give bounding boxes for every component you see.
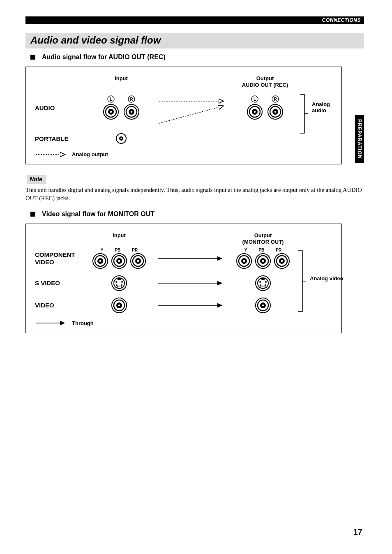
svideo-input-jack xyxy=(82,275,156,291)
audio-output-jacks xyxy=(228,95,302,120)
audio-brace: Analog audio xyxy=(302,95,343,120)
video-input-jack xyxy=(82,297,156,314)
video-output-jack xyxy=(226,297,300,314)
audio-heading-text: Audio signal flow for AUDIO OUT (REC) xyxy=(42,53,166,61)
bullet-square-icon xyxy=(30,212,35,217)
portable-input-jack xyxy=(84,132,158,145)
rca-jack-icon xyxy=(255,253,271,269)
video-output-header: Output(MONITOR OUT) xyxy=(226,232,300,245)
l-badge-icon xyxy=(251,95,258,103)
svideo-jack-icon xyxy=(111,275,127,291)
rca-jack-icon xyxy=(123,104,140,120)
r-badge-icon xyxy=(128,95,135,103)
analog-audio-label: Analog audio xyxy=(312,101,343,113)
note-text: This unit handles digital and analog sig… xyxy=(25,186,364,202)
audio-subheading: Audio signal flow for AUDIO OUT (REC) xyxy=(30,53,364,61)
audio-legend: Analog output xyxy=(35,151,332,157)
video-legend-text: Through xyxy=(72,320,94,326)
page-title: Audio and video signal flow xyxy=(25,33,364,48)
video-diagram: Input Output(MONITOR OUT) COMPONENT VIDE… xyxy=(25,224,342,333)
svideo-arrow xyxy=(156,279,226,287)
rca-jack-icon xyxy=(274,253,290,269)
rca-jack-icon xyxy=(267,104,284,120)
audio-diagram: Input OutputAUDIO OUT (REC) AUDIO xyxy=(25,67,342,164)
component-output-jacks: Y PB PR xyxy=(226,248,300,269)
row-label-svideo: S VIDEO xyxy=(35,279,84,286)
solid-arrow-icon xyxy=(35,320,68,326)
row-label-portable: PORTABLE xyxy=(35,135,84,142)
video-arrow xyxy=(156,301,226,309)
audio-input-header: Input xyxy=(84,75,158,82)
video-brace: Analog video xyxy=(300,248,343,269)
rca-jack-icon xyxy=(92,253,108,269)
component-input-jacks: Y PB PR xyxy=(82,248,156,269)
video-heading-text: Video signal flow for MONITOR OUT xyxy=(42,210,154,218)
svideo-jack-icon xyxy=(255,275,271,291)
rca-jack-icon xyxy=(236,253,252,269)
row-label-component: COMPONENT VIDEO xyxy=(35,251,84,265)
header-section: CONNECTIONS xyxy=(322,17,361,23)
page-number: 17 xyxy=(353,527,362,537)
row-label-audio: AUDIO xyxy=(35,104,84,111)
r-badge-icon xyxy=(272,95,279,103)
rca-jack-icon xyxy=(130,253,146,269)
svideo-output-jack xyxy=(226,275,300,291)
analog-video-label: Analog video xyxy=(310,275,344,282)
rca-jack-icon xyxy=(247,104,263,120)
side-tab: PREPARATION xyxy=(355,115,364,163)
audio-input-jacks xyxy=(84,95,158,120)
bullet-square-icon xyxy=(30,55,35,60)
row-label-video: VIDEO xyxy=(35,302,84,309)
video-input-header: Input xyxy=(82,232,156,239)
rca-jack-icon xyxy=(111,297,127,314)
rca-jack-icon xyxy=(111,253,127,269)
note-label: Note xyxy=(27,175,46,184)
rca-jack-icon xyxy=(103,104,119,120)
svg-line-20 xyxy=(159,106,223,123)
audio-arrows xyxy=(158,91,228,124)
mini-jack-icon xyxy=(115,132,127,145)
dashed-arrow-icon xyxy=(35,152,68,157)
video-legend: Through xyxy=(35,320,332,326)
rca-jack-icon xyxy=(255,297,271,314)
audio-legend-text: Analog output xyxy=(72,151,108,157)
l-badge-icon xyxy=(107,95,115,103)
video-subheading: Video signal flow for MONITOR OUT xyxy=(30,210,364,218)
header-bar: CONNECTIONS xyxy=(25,16,364,24)
component-arrow xyxy=(156,254,226,263)
audio-output-header: OutputAUDIO OUT (REC) xyxy=(228,75,302,88)
